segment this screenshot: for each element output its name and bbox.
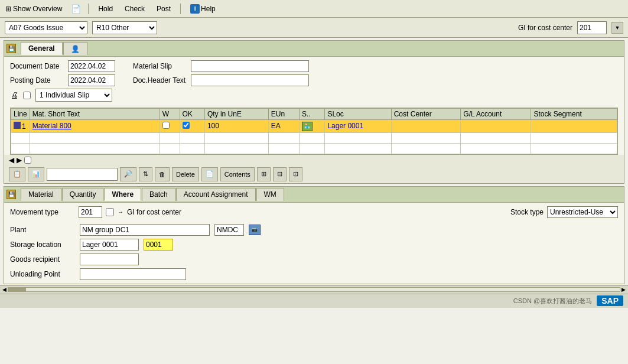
lower-section: 💾 Material Quantity Where Batch Account … bbox=[4, 186, 624, 284]
material-slip-label: Material Slip bbox=[133, 62, 186, 70]
extra2-btn[interactable]: ⊟ bbox=[273, 167, 287, 181]
tab-batch[interactable]: Batch bbox=[142, 188, 175, 201]
detail-btn[interactable]: 📊 bbox=[28, 167, 44, 181]
col-w: W bbox=[160, 109, 180, 120]
material-slip-input[interactable] bbox=[191, 60, 309, 72]
w-checkbox[interactable] bbox=[162, 122, 170, 129]
post-menu[interactable]: Post bbox=[154, 4, 173, 14]
tab-quantity[interactable]: Quantity bbox=[62, 188, 104, 201]
doc-header-input[interactable] bbox=[191, 74, 309, 86]
hscroll-track[interactable] bbox=[8, 287, 620, 292]
cell-gl bbox=[461, 120, 531, 133]
sort-btn[interactable]: ⇅ bbox=[139, 167, 152, 181]
movement-type-checkbox[interactable] bbox=[106, 208, 114, 216]
show-overview-button[interactable]: ⊞ Show Overview bbox=[4, 4, 64, 14]
tab-wm[interactable]: WM bbox=[256, 188, 284, 201]
document-date-input[interactable] bbox=[68, 60, 115, 72]
goods-recipient-input[interactable] bbox=[80, 254, 139, 265]
extra3-icon: ⊡ bbox=[293, 170, 298, 178]
slip-row: 🖨 1 Individual Slip bbox=[10, 89, 115, 102]
copy-icon: 📋 bbox=[13, 170, 21, 178]
trash-btn[interactable]: 🗑 bbox=[155, 167, 170, 181]
storage-location-code-input[interactable] bbox=[144, 239, 173, 251]
hold-menu[interactable]: Hold bbox=[96, 4, 115, 14]
tab-material[interactable]: Material bbox=[21, 188, 61, 201]
filter-btn[interactable]: 🔎 bbox=[120, 167, 136, 181]
hscroll-left[interactable]: ◀ bbox=[2, 287, 6, 292]
table-toolbar: 📋 📊 🔎 ⇅ 🗑 Delete 📄 Contents ⊞ ⊟ bbox=[4, 165, 624, 183]
document-date-row: Document Date bbox=[10, 60, 115, 72]
check-menu[interactable]: Check bbox=[122, 4, 147, 14]
copy-row-btn[interactable]: 📋 bbox=[9, 167, 25, 181]
storage-icon[interactable]: 🏪 bbox=[302, 122, 313, 131]
hscroll-right[interactable]: ▶ bbox=[622, 287, 626, 292]
ok-checkbox[interactable] bbox=[183, 122, 190, 129]
col-mat-text: Mat. Short Text bbox=[30, 109, 160, 120]
extra1-btn[interactable]: ⊞ bbox=[257, 167, 271, 181]
col-sloc: SLoc bbox=[325, 109, 391, 120]
cost-center-input[interactable] bbox=[577, 21, 607, 34]
extra3-btn[interactable]: ⊡ bbox=[289, 167, 302, 181]
right-scroll-arrow[interactable]: ▶ bbox=[17, 156, 22, 164]
plant-code-input[interactable] bbox=[214, 224, 244, 236]
section-header-bar: 💾 General 👤 bbox=[4, 41, 624, 57]
unloading-point-row: Unloading Point bbox=[10, 268, 618, 280]
unloading-point-input[interactable] bbox=[80, 268, 186, 280]
search-field[interactable] bbox=[47, 168, 118, 181]
storage-location-input[interactable] bbox=[80, 239, 139, 251]
contents-btn[interactable]: Contents bbox=[220, 167, 255, 181]
person-icon: 👤 bbox=[71, 45, 80, 53]
document-date-label: Document Date bbox=[10, 62, 63, 70]
tab-general[interactable]: General bbox=[21, 42, 63, 55]
cell-mat-text[interactable]: Material 800 bbox=[30, 120, 160, 133]
footer: CSDN @喜欢打酱油的老马 SAP bbox=[0, 294, 628, 308]
plant-input[interactable] bbox=[80, 224, 210, 236]
delete-btn[interactable]: Delete bbox=[172, 167, 199, 181]
new-doc-icon[interactable]: 📄 bbox=[71, 4, 81, 14]
tab-general-label: General bbox=[28, 44, 55, 53]
cell-stock-seg bbox=[531, 120, 617, 133]
nav-checkbox[interactable] bbox=[24, 157, 31, 164]
upper-tab-strip: General 👤 bbox=[18, 42, 622, 55]
main-toolbar: ⊞ Show Overview 📄 Hold Check Post i Help bbox=[0, 0, 628, 18]
storage-location-row: Storage location bbox=[10, 239, 618, 251]
tab-account-assignment[interactable]: Account Assignment bbox=[176, 188, 256, 201]
document-type-dropdown[interactable]: A07 Goods Issue bbox=[5, 21, 87, 34]
gi-row: A07 Goods Issue R10 Other GI for cost ce… bbox=[0, 18, 628, 38]
overview-icon: ⊞ bbox=[5, 5, 11, 13]
gi-label: GI for cost center bbox=[518, 24, 572, 32]
sap-logo: SAP bbox=[597, 295, 623, 306]
separator bbox=[88, 4, 89, 14]
movement-type-input[interactable] bbox=[79, 206, 102, 218]
material-slip-row: Material Slip bbox=[133, 60, 309, 72]
cell-w[interactable] bbox=[160, 120, 180, 133]
cell-ok[interactable] bbox=[180, 120, 204, 133]
cell-sloc: Lager 0001 bbox=[325, 120, 391, 133]
table-row[interactable]: 1 Material 800 100 EA 🏪 Lager 0001 bbox=[11, 120, 617, 133]
extra1-icon: ⊞ bbox=[261, 170, 266, 178]
movement-type-dropdown[interactable]: R10 Other bbox=[92, 21, 157, 34]
movement-type-label: Movement type bbox=[10, 208, 75, 216]
horizontal-scrollbar[interactable]: ◀ ▶ bbox=[0, 285, 628, 294]
plant-photo-icon[interactable]: 📷 bbox=[249, 225, 261, 235]
tab-where[interactable]: Where bbox=[104, 188, 141, 201]
goods-recipient-label: Goods recipient bbox=[10, 255, 75, 264]
stock-type-dropdown[interactable]: Unrestricted-Use bbox=[547, 206, 618, 218]
help-menu[interactable]: i Help bbox=[188, 3, 218, 15]
slip-dropdown[interactable]: 1 Individual Slip bbox=[35, 89, 112, 102]
upper-section: 💾 General 👤 Document Date Posting Date bbox=[4, 40, 624, 184]
cost-center-search-btn[interactable]: ▼ bbox=[611, 22, 623, 34]
tab-person[interactable]: 👤 bbox=[63, 42, 87, 55]
cell-qty: 100 bbox=[204, 120, 268, 133]
slip-checkbox[interactable] bbox=[23, 92, 31, 99]
print-icon[interactable]: 🖨 bbox=[10, 90, 18, 100]
left-scroll-arrow[interactable]: ◀ bbox=[9, 156, 14, 164]
posting-date-input[interactable] bbox=[68, 74, 115, 86]
extra2-icon: ⊟ bbox=[277, 170, 282, 178]
lower-save-icon[interactable]: 💾 bbox=[6, 190, 16, 199]
copy2-btn[interactable]: 📄 bbox=[201, 167, 218, 181]
where-form: Movement type → GI for cost center Stock… bbox=[4, 203, 624, 284]
table-nav-row: ◀ ▶ bbox=[4, 155, 624, 165]
trash-icon: 🗑 bbox=[159, 171, 165, 178]
section-save-icon[interactable]: 💾 bbox=[6, 44, 16, 53]
